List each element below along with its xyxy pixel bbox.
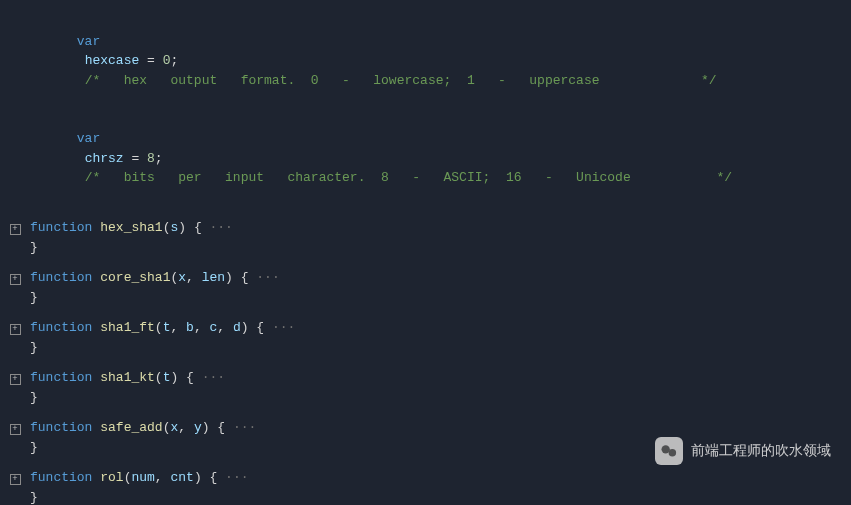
comment: /* hex output format. 0 - lowercase; 1 -… [85,73,717,88]
fold-toggle-icon[interactable]: + [10,474,21,485]
param: b [186,320,194,335]
close-brace-line: } [0,338,851,358]
function-block: +function core_sha1(x, len) { ···} [0,268,851,307]
keyword-function: function [30,470,92,485]
param: y [194,420,202,435]
function-name: sha1_kt [100,370,155,385]
function-block: +function hex_sha1(s) { ···} [0,218,851,257]
comment: /* bits per input character. 8 - ASCII; … [85,170,733,185]
var-value: 8 [147,151,155,166]
var-line: var hexcase = 0; /* hex output format. 0… [0,12,851,110]
close-brace-line: } [0,238,851,258]
collapsed-indicator[interactable]: ··· [202,220,233,235]
collapsed-indicator[interactable]: ··· [217,470,248,485]
function-signature-line: +function safe_add(x, y) { ··· [0,418,851,438]
var-name: chrsz [85,151,124,166]
function-name: core_sha1 [100,270,170,285]
function-block: +function rol(num, cnt) { ···} [0,468,851,505]
fold-toggle-icon[interactable]: + [10,374,21,385]
function-signature-line: +function rol(num, cnt) { ··· [0,468,851,488]
function-signature-line: +function hex_sha1(s) { ··· [0,218,851,238]
close-brace-line: } [0,388,851,408]
fold-toggle-icon[interactable]: + [10,224,21,235]
keyword-function: function [30,220,92,235]
param: cnt [170,470,193,485]
fold-toggle-icon[interactable]: + [10,424,21,435]
function-name: rol [100,470,123,485]
keyword-function: function [30,370,92,385]
var-name: hexcase [85,53,140,68]
svg-point-1 [669,449,677,457]
fold-toggle-icon[interactable]: + [10,274,21,285]
function-signature-line: +function sha1_ft(t, b, c, d) { ··· [0,318,851,338]
wechat-icon [655,437,683,465]
function-signature-line: +function core_sha1(x, len) { ··· [0,268,851,288]
keyword-function: function [30,320,92,335]
fold-toggle-icon[interactable]: + [10,324,21,335]
watermark-text: 前端工程师的吹水领域 [691,442,831,460]
param: len [202,270,225,285]
function-name: sha1_ft [100,320,155,335]
function-name: safe_add [100,420,162,435]
function-name: hex_sha1 [100,220,162,235]
keyword-function: function [30,420,92,435]
function-block: +function sha1_kt(t) { ···} [0,368,851,407]
close-brace-line: } [0,488,851,506]
param: num [131,470,154,485]
param: d [233,320,241,335]
collapsed-indicator[interactable]: ··· [194,370,225,385]
svg-point-0 [662,445,670,453]
collapsed-indicator[interactable]: ··· [225,420,256,435]
keyword-var: var [77,34,100,49]
function-block: +function sha1_ft(t, b, c, d) { ···} [0,318,851,357]
keyword-var: var [77,131,100,146]
function-signature-line: +function sha1_kt(t) { ··· [0,368,851,388]
close-brace-line: } [0,288,851,308]
watermark: 前端工程师的吹水领域 [655,437,831,465]
collapsed-indicator[interactable]: ··· [264,320,295,335]
param: x [178,270,186,285]
code-editor: var hexcase = 0; /* hex output format. 0… [0,0,851,505]
keyword-function: function [30,270,92,285]
collapsed-indicator[interactable]: ··· [249,270,280,285]
var-line: var chrsz = 8; /* bits per input charact… [0,110,851,208]
